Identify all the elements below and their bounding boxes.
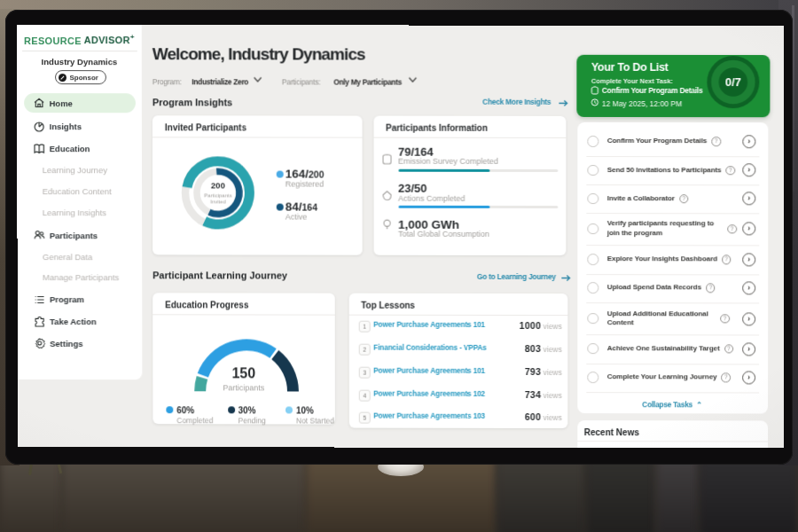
svg-text:0/7: 0/7 [725, 75, 741, 89]
svg-text:200: 200 [211, 180, 225, 190]
svg-text:Invited: Invited [210, 199, 226, 204]
svg-text:Participants: Participants [204, 192, 231, 198]
